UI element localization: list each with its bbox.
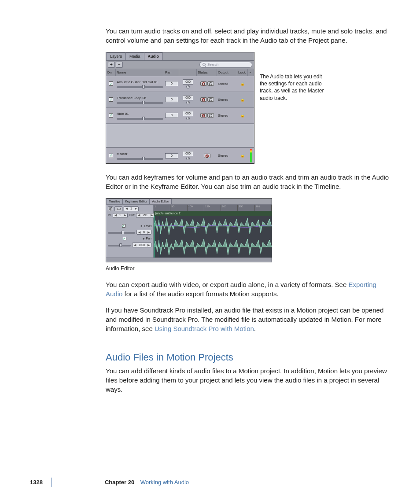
pan-control[interactable]: 000 xyxy=(179,110,197,121)
col-on: On xyxy=(106,69,116,76)
out-label: Out: xyxy=(129,213,135,217)
master-label: Master xyxy=(117,151,163,156)
solo-icon[interactable]: 🎧 xyxy=(207,113,214,118)
checkbox-icon[interactable]: ✓ xyxy=(109,81,113,86)
track-row[interactable]: ✓ Ride 01 0 000 🔇 🎧 Stereo 🔒 xyxy=(106,108,254,124)
level-slider[interactable] xyxy=(117,102,163,104)
in-label: In: xyxy=(108,213,111,217)
level-value[interactable]: 0 xyxy=(165,153,178,158)
figure-audio-tab: Layers Media Audio + − Search On Name Pa… xyxy=(106,52,389,164)
pan-slider[interactable] xyxy=(108,245,131,246)
track-name-label: Trombone Loop 06 xyxy=(117,96,163,100)
pan-dial-icon[interactable] xyxy=(186,117,190,120)
checkbox-icon[interactable]: ✓ xyxy=(109,154,113,158)
pan-dial-icon[interactable] xyxy=(186,101,190,104)
pan-control[interactable]: 000 xyxy=(179,79,197,89)
tab-audio-editor[interactable]: Audio Editor xyxy=(149,199,171,204)
waveform-bottom xyxy=(154,237,272,258)
paragraph-3: You can export audio with video, or expo… xyxy=(106,280,389,298)
tab-audio[interactable]: Audio xyxy=(144,52,163,60)
solo-icon[interactable]: 🎧 xyxy=(207,81,214,86)
clip-start-handle[interactable] xyxy=(154,216,155,258)
level-meter-icon xyxy=(250,149,252,162)
level-slider[interactable] xyxy=(117,86,163,88)
frame-spinner[interactable]: ◀1▶ xyxy=(124,206,139,211)
editor-timeline[interactable]: 1 50 100 150 200 250 291 jungle ambience… xyxy=(154,205,272,258)
lock-icon[interactable]: 🔒 xyxy=(237,81,248,87)
lock-icon[interactable]: 🔒 xyxy=(237,113,248,118)
master-row[interactable]: ✓ Master 0 000 🔇 Stereo 🔒 xyxy=(106,147,254,163)
mute-icon[interactable]: 🔇 xyxy=(200,113,207,118)
search-icon xyxy=(203,63,206,66)
empty-area xyxy=(106,124,254,147)
waveform-top xyxy=(154,216,272,237)
tab-layers[interactable]: Layers xyxy=(106,52,126,60)
output-label[interactable]: Stereo xyxy=(217,81,237,87)
col-status: Status xyxy=(197,69,217,76)
track-name-label: Acoustic Guitar Del Sol 01 xyxy=(117,80,163,85)
paragraph-5: You can add different kinds of audio fil… xyxy=(106,366,389,394)
waveform-area[interactable] xyxy=(154,216,272,258)
checkbox-icon[interactable]: ✓ xyxy=(109,97,113,102)
track-row[interactable]: ✓ Acoustic Guitar Del Sol 01 0 000 🔇 🎧 S… xyxy=(106,76,254,92)
callout-text: The Audio tab lets you edit the settings… xyxy=(260,52,330,164)
track-name-label: Ride 01 xyxy=(117,111,163,116)
lock-icon[interactable]: 🔒 xyxy=(237,153,248,158)
checkbox-icon[interactable]: ✓ xyxy=(109,113,113,118)
remove-button[interactable]: − xyxy=(116,62,123,68)
level-value[interactable]: 0 xyxy=(165,113,178,118)
footer-divider xyxy=(52,478,52,487)
time-ruler[interactable]: 1 50 100 150 200 250 291 xyxy=(154,205,272,211)
status-icons: 🔇 🎧 xyxy=(197,81,217,86)
horizontal-scrollbar[interactable] xyxy=(106,258,272,262)
level-value[interactable]: 0 xyxy=(165,81,178,86)
mute-icon[interactable]: 🔇 xyxy=(204,154,210,158)
checkbox-icon[interactable]: ✓ xyxy=(123,237,126,240)
tool-button[interactable]: ▭ xyxy=(114,206,122,211)
search-field[interactable]: Search xyxy=(199,62,252,68)
tab-keyframe-editor[interactable]: Keyframe Editor xyxy=(122,199,150,204)
tab-media[interactable]: Media xyxy=(125,52,144,60)
col-lock: Lock xyxy=(237,69,248,76)
tool-button[interactable]: ◎ xyxy=(108,206,113,211)
playhead-icon[interactable] xyxy=(160,216,160,258)
tab-timeline[interactable]: Timeline xyxy=(106,199,123,204)
level-slider[interactable] xyxy=(108,232,135,234)
out-spinner[interactable]: ◀291▶ xyxy=(136,213,155,218)
pan-spinner[interactable]: ◀0.00▶ xyxy=(132,243,151,247)
pan-control[interactable]: 000 xyxy=(179,151,197,161)
editor-sidebar: ◎ ▭ ◀1▶ In: ◀1▶ Out: ◀291▶ ✓ ◈ Level xyxy=(106,205,154,258)
link-soundtrack-pro[interactable]: Using Soundtrack Pro with Motion xyxy=(155,325,254,332)
track-row[interactable]: ✓ Trombone Loop 06 0 000 🔇 🎧 Stereo 🔒 xyxy=(106,92,254,108)
level-spinner[interactable]: ◀0▶ xyxy=(136,230,151,235)
audio-panel: Layers Media Audio + − Search On Name Pa… xyxy=(106,52,254,164)
editor-track-name: jungle ambience 2 xyxy=(154,211,272,216)
output-label[interactable]: Stereo xyxy=(217,153,237,158)
pan-dial-icon[interactable] xyxy=(186,85,190,88)
chapter-label: Chapter 20 Working with Audio xyxy=(105,478,189,486)
pan-control[interactable]: 000 xyxy=(179,95,197,105)
output-label[interactable]: Stereo xyxy=(217,113,237,118)
status-icons: 🔇 xyxy=(197,153,217,158)
level-value[interactable]: 0 xyxy=(165,97,178,102)
level-slider[interactable] xyxy=(117,118,163,120)
figure-caption: Audio Editor xyxy=(106,265,389,272)
lock-icon[interactable]: 🔒 xyxy=(237,97,248,103)
pan-dial-icon[interactable] xyxy=(186,157,190,160)
figure-audio-editor: Timeline Keyframe Editor Audio Editor ◎ … xyxy=(106,198,272,262)
col-name: Name xyxy=(116,69,164,76)
mute-icon[interactable]: 🔇 xyxy=(200,97,207,102)
mute-icon[interactable]: 🔇 xyxy=(200,81,207,86)
svg-rect-2 xyxy=(154,237,272,258)
col-pan: Pan xyxy=(164,69,179,76)
add-button[interactable]: + xyxy=(108,62,115,68)
svg-rect-0 xyxy=(154,216,272,237)
level-slider[interactable] xyxy=(117,158,163,160)
panel-toolbar: + − Search xyxy=(106,61,254,69)
editor-tabs: Timeline Keyframe Editor Audio Editor xyxy=(106,199,272,205)
output-label[interactable]: Stereo xyxy=(217,97,237,103)
pan-label: Pan xyxy=(146,236,151,241)
solo-icon[interactable]: 🎧 xyxy=(207,97,214,102)
in-spinner[interactable]: ◀1▶ xyxy=(113,213,128,218)
checkbox-icon[interactable]: ✓ xyxy=(122,224,125,228)
